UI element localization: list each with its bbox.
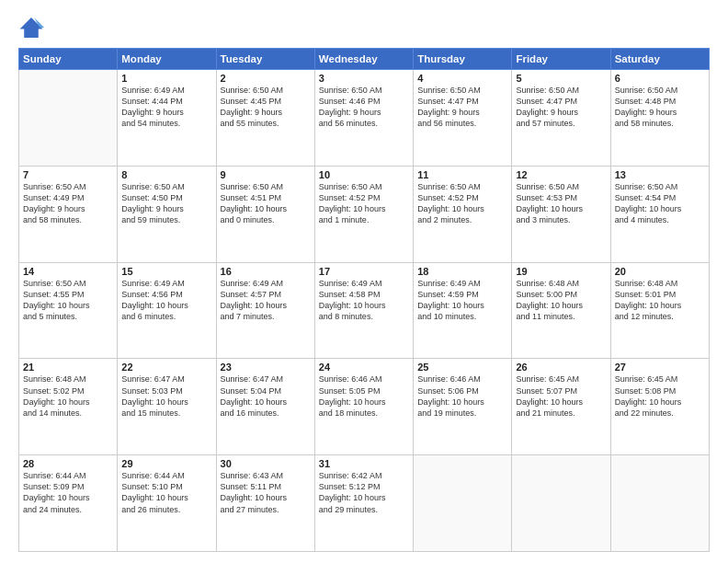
weekday-header-wednesday: Wednesday	[314, 49, 413, 70]
weekday-header-tuesday: Tuesday	[216, 49, 314, 70]
day-info: Sunrise: 6:50 AM Sunset: 4:52 PM Dayligh…	[319, 181, 409, 226]
day-info: Sunrise: 6:45 AM Sunset: 5:08 PM Dayligh…	[615, 373, 705, 419]
logo-icon	[18, 15, 44, 40]
day-number: 24	[319, 362, 409, 373]
calendar-cell: 21Sunrise: 6:48 AM Sunset: 5:02 PM Dayli…	[19, 359, 118, 455]
calendar-cell: 16Sunrise: 6:49 AM Sunset: 4:57 PM Dayli…	[216, 262, 314, 359]
day-number: 18	[417, 266, 507, 277]
day-info: Sunrise: 6:44 AM Sunset: 5:10 PM Dayligh…	[121, 470, 211, 515]
day-number: 25	[417, 362, 507, 373]
calendar-cell: 30Sunrise: 6:43 AM Sunset: 5:11 PM Dayli…	[216, 455, 314, 552]
calendar-header: SundayMondayTuesdayWednesdayThursdayFrid…	[19, 49, 710, 70]
day-number: 30	[221, 458, 311, 469]
day-number: 7	[23, 169, 113, 180]
day-info: Sunrise: 6:50 AM Sunset: 4:48 PM Dayligh…	[615, 85, 705, 130]
calendar-cell: 20Sunrise: 6:48 AM Sunset: 5:01 PM Dayli…	[610, 262, 709, 359]
day-info: Sunrise: 6:50 AM Sunset: 4:53 PM Dayligh…	[516, 181, 606, 226]
day-number: 6	[615, 73, 705, 84]
day-info: Sunrise: 6:45 AM Sunset: 5:07 PM Dayligh…	[516, 373, 606, 419]
calendar-cell: 1Sunrise: 6:49 AM Sunset: 4:44 PM Daylig…	[118, 70, 216, 167]
day-info: Sunrise: 6:49 AM Sunset: 4:57 PM Dayligh…	[221, 278, 311, 323]
calendar-cell: 7Sunrise: 6:50 AM Sunset: 4:49 PM Daylig…	[19, 166, 118, 262]
day-number: 8	[121, 169, 211, 180]
day-number: 23	[221, 362, 311, 373]
day-info: Sunrise: 6:48 AM Sunset: 5:00 PM Dayligh…	[516, 278, 606, 323]
calendar-week-row: 14Sunrise: 6:50 AM Sunset: 4:55 PM Dayli…	[19, 262, 710, 359]
calendar-week-row: 28Sunrise: 6:44 AM Sunset: 5:09 PM Dayli…	[19, 455, 710, 552]
svg-marker-0	[20, 17, 43, 38]
day-info: Sunrise: 6:42 AM Sunset: 5:12 PM Dayligh…	[319, 470, 409, 515]
calendar-cell: 14Sunrise: 6:50 AM Sunset: 4:55 PM Dayli…	[19, 262, 118, 359]
calendar-week-row: 1Sunrise: 6:49 AM Sunset: 4:44 PM Daylig…	[19, 70, 710, 167]
weekday-header-sunday: Sunday	[19, 49, 118, 70]
day-info: Sunrise: 6:50 AM Sunset: 4:46 PM Dayligh…	[319, 85, 409, 130]
day-number: 28	[23, 458, 113, 469]
day-info: Sunrise: 6:47 AM Sunset: 5:03 PM Dayligh…	[121, 373, 211, 419]
calendar-body: 1Sunrise: 6:49 AM Sunset: 4:44 PM Daylig…	[19, 70, 710, 552]
calendar-cell: 10Sunrise: 6:50 AM Sunset: 4:52 PM Dayli…	[314, 166, 413, 262]
day-info: Sunrise: 6:50 AM Sunset: 4:51 PM Dayligh…	[221, 181, 311, 226]
calendar-cell: 24Sunrise: 6:46 AM Sunset: 5:05 PM Dayli…	[314, 359, 413, 455]
day-info: Sunrise: 6:50 AM Sunset: 4:50 PM Dayligh…	[121, 181, 211, 226]
day-info: Sunrise: 6:50 AM Sunset: 4:55 PM Dayligh…	[23, 278, 113, 323]
day-info: Sunrise: 6:43 AM Sunset: 5:11 PM Dayligh…	[221, 470, 311, 515]
day-info: Sunrise: 6:50 AM Sunset: 4:49 PM Dayligh…	[23, 181, 113, 226]
day-number: 26	[516, 362, 606, 373]
calendar-cell: 6Sunrise: 6:50 AM Sunset: 4:48 PM Daylig…	[610, 70, 709, 167]
calendar-cell	[610, 455, 709, 552]
day-info: Sunrise: 6:50 AM Sunset: 4:52 PM Dayligh…	[417, 181, 507, 226]
weekday-header-friday: Friday	[512, 49, 610, 70]
calendar-cell: 12Sunrise: 6:50 AM Sunset: 4:53 PM Dayli…	[512, 166, 610, 262]
day-number: 2	[221, 73, 311, 84]
day-number: 19	[516, 266, 606, 277]
calendar-cell: 8Sunrise: 6:50 AM Sunset: 4:50 PM Daylig…	[118, 166, 216, 262]
calendar-week-row: 7Sunrise: 6:50 AM Sunset: 4:49 PM Daylig…	[19, 166, 710, 262]
calendar-cell	[512, 455, 610, 552]
day-number: 3	[319, 73, 409, 84]
day-info: Sunrise: 6:46 AM Sunset: 5:05 PM Dayligh…	[319, 373, 409, 419]
weekday-header-monday: Monday	[118, 49, 216, 70]
day-info: Sunrise: 6:46 AM Sunset: 5:06 PM Dayligh…	[417, 373, 507, 419]
day-info: Sunrise: 6:49 AM Sunset: 4:58 PM Dayligh…	[319, 278, 409, 323]
calendar-cell: 26Sunrise: 6:45 AM Sunset: 5:07 PM Dayli…	[512, 359, 610, 455]
day-number: 4	[417, 73, 507, 84]
calendar-cell: 9Sunrise: 6:50 AM Sunset: 4:51 PM Daylig…	[216, 166, 314, 262]
calendar-cell: 17Sunrise: 6:49 AM Sunset: 4:58 PM Dayli…	[314, 262, 413, 359]
day-number: 10	[319, 169, 409, 180]
weekday-header-row: SundayMondayTuesdayWednesdayThursdayFrid…	[19, 49, 710, 70]
day-number: 16	[221, 266, 311, 277]
calendar-table: SundayMondayTuesdayWednesdayThursdayFrid…	[18, 48, 710, 552]
calendar-cell: 22Sunrise: 6:47 AM Sunset: 5:03 PM Dayli…	[118, 359, 216, 455]
day-number: 31	[319, 458, 409, 469]
calendar-cell	[19, 70, 118, 167]
weekday-header-thursday: Thursday	[414, 49, 512, 70]
day-info: Sunrise: 6:49 AM Sunset: 4:44 PM Dayligh…	[121, 85, 211, 130]
day-number: 9	[221, 169, 311, 180]
day-number: 13	[615, 169, 705, 180]
calendar-cell: 31Sunrise: 6:42 AM Sunset: 5:12 PM Dayli…	[314, 455, 413, 552]
day-info: Sunrise: 6:44 AM Sunset: 5:09 PM Dayligh…	[23, 470, 113, 515]
calendar-cell: 29Sunrise: 6:44 AM Sunset: 5:10 PM Dayli…	[118, 455, 216, 552]
day-number: 29	[121, 458, 211, 469]
day-info: Sunrise: 6:49 AM Sunset: 4:59 PM Dayligh…	[417, 278, 507, 323]
calendar-cell: 15Sunrise: 6:49 AM Sunset: 4:56 PM Dayli…	[118, 262, 216, 359]
logo	[18, 15, 48, 40]
calendar-cell: 13Sunrise: 6:50 AM Sunset: 4:54 PM Dayli…	[610, 166, 709, 262]
calendar-cell: 27Sunrise: 6:45 AM Sunset: 5:08 PM Dayli…	[610, 359, 709, 455]
day-info: Sunrise: 6:50 AM Sunset: 4:47 PM Dayligh…	[516, 85, 606, 130]
calendar-cell: 25Sunrise: 6:46 AM Sunset: 5:06 PM Dayli…	[414, 359, 512, 455]
day-info: Sunrise: 6:48 AM Sunset: 5:02 PM Dayligh…	[23, 373, 113, 419]
calendar-cell: 3Sunrise: 6:50 AM Sunset: 4:46 PM Daylig…	[314, 70, 413, 167]
header	[18, 15, 710, 40]
calendar-week-row: 21Sunrise: 6:48 AM Sunset: 5:02 PM Dayli…	[19, 359, 710, 455]
calendar-cell: 19Sunrise: 6:48 AM Sunset: 5:00 PM Dayli…	[512, 262, 610, 359]
day-number: 11	[417, 169, 507, 180]
weekday-header-saturday: Saturday	[610, 49, 709, 70]
calendar-cell: 2Sunrise: 6:50 AM Sunset: 4:45 PM Daylig…	[216, 70, 314, 167]
day-number: 20	[615, 266, 705, 277]
day-info: Sunrise: 6:49 AM Sunset: 4:56 PM Dayligh…	[121, 278, 211, 323]
calendar-cell: 23Sunrise: 6:47 AM Sunset: 5:04 PM Dayli…	[216, 359, 314, 455]
day-number: 17	[319, 266, 409, 277]
calendar-cell	[414, 455, 512, 552]
day-number: 12	[516, 169, 606, 180]
